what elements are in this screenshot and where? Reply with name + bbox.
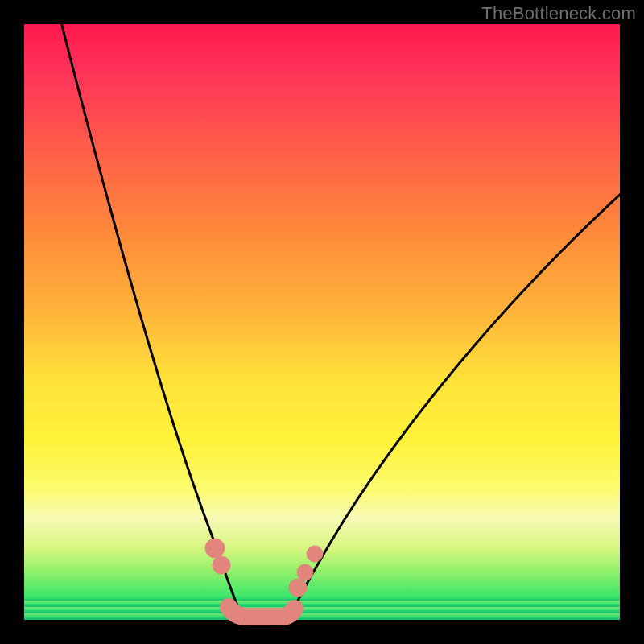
pink-marker-right-1-icon: [289, 579, 307, 597]
curve-left-branch: [60, 16, 243, 619]
pink-marker-right-2-icon: [297, 564, 313, 580]
chart-frame: TheBottleneck.com: [0, 0, 644, 644]
curve-layer: [24, 24, 620, 620]
watermark-label: TheBottleneck.com: [481, 3, 636, 24]
pink-valley-bar: [229, 607, 295, 617]
pink-marker-left-upper-icon: [205, 539, 225, 558]
pink-marker-right-3-icon: [307, 546, 323, 562]
pink-marker-left-lower-icon: [213, 556, 230, 574]
curve-right-branch: [288, 193, 621, 619]
plot-area: [24, 24, 620, 620]
